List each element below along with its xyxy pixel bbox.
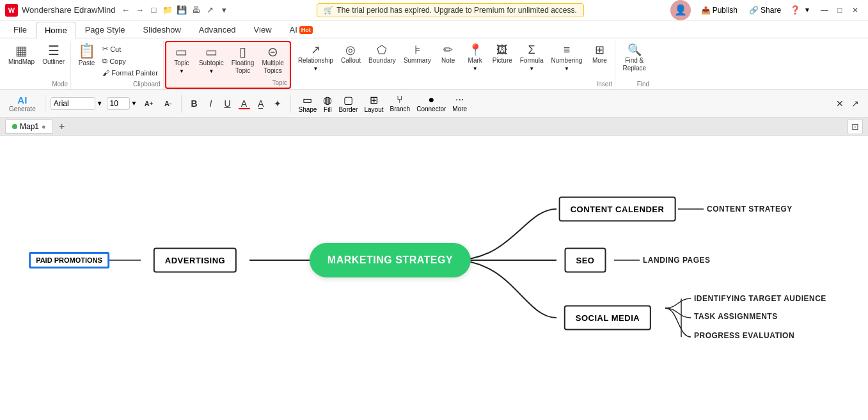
avatar[interactable]: 👤 (670, 0, 691, 20)
format-painter-button[interactable]: 🖌 Format Painter (100, 68, 161, 78)
topic-social-media[interactable]: SOCIAL MEDIA (564, 306, 651, 331)
mark-button[interactable]: 📍 Mark ▼ (462, 42, 488, 74)
tab-ai[interactable]: AI Hot (281, 21, 321, 38)
leaf-task[interactable]: TASK ASSIGNMENTS (694, 312, 778, 321)
relationship-button[interactable]: ↗ Relationship ▼ (295, 42, 336, 74)
callout-button[interactable]: ◎ Callout (338, 42, 364, 66)
dropdown-icon[interactable]: ▾ (217, 4, 230, 17)
more-tools-button[interactable]: ··· More (450, 93, 470, 114)
branch-button[interactable]: ⑂ Branch (387, 93, 413, 114)
tab-close-icon[interactable]: ● (42, 123, 46, 130)
cut-icon: ✂ (102, 45, 108, 53)
boundary-button[interactable]: ⬠ Boundary (365, 42, 399, 66)
save-icon[interactable]: 💾 (175, 4, 188, 17)
topic-seo[interactable]: SEO (565, 248, 606, 273)
tab-view[interactable]: View (246, 21, 280, 38)
maximize-button[interactable]: □ (832, 4, 848, 17)
titlebar: W Wondershare EdrawMind ← → □ 📁 💾 🖶 ↗ ▾ … (0, 0, 868, 20)
floating-topic-button[interactable]: ▯ FloatingTopic (228, 43, 258, 77)
new-icon[interactable]: □ (147, 4, 160, 17)
note-button[interactable]: ✏ Note (436, 42, 461, 66)
leaf-progress[interactable]: PROGRESS EVALUATION (694, 331, 794, 340)
numbering-button[interactable]: ≡ Numbering ▼ (548, 42, 585, 74)
ai-generate-button[interactable]: AI Generate (5, 93, 40, 114)
publish-button[interactable]: 📤 Publish (696, 3, 743, 17)
back-icon[interactable]: ← (119, 4, 132, 17)
underline-button[interactable]: U (220, 96, 235, 111)
summary-button[interactable]: ⊧ Summary (400, 42, 434, 66)
cut-button[interactable]: ✂ Cut (100, 43, 161, 54)
map1-tab[interactable]: Map1 ● (5, 120, 53, 134)
leaf-identifying[interactable]: IDENTIFYING TARGET AUDIENCE (694, 294, 826, 303)
share-button[interactable]: 🔗 Share (744, 3, 786, 17)
bold-button[interactable]: B (187, 96, 202, 111)
leaf-content-strategy[interactable]: CONTENT STRATEGY (707, 205, 793, 214)
font-selector: ▼ (51, 97, 103, 110)
tab-pagestyle[interactable]: Page Style (77, 21, 134, 38)
connector-button[interactable]: ● Connector (414, 93, 448, 114)
print-icon[interactable]: 🖶 (189, 4, 202, 17)
highlight-button[interactable]: A̲ (253, 96, 269, 111)
find-group: 🔍 Find &Replace Find (617, 41, 652, 89)
shape-button[interactable]: ▭ Shape (296, 93, 320, 114)
node-paid-promotions[interactable]: PAID PROMOTIONS (29, 253, 109, 268)
mark-icon: 📍 (468, 44, 482, 56)
layout-button[interactable]: ⊞ Layout (361, 93, 386, 114)
picture-button[interactable]: 🖼 Picture (489, 42, 516, 66)
trial-banner[interactable]: 🛒 The trial period has expired. Upgrade … (317, 3, 584, 17)
leaf-landing-pages[interactable]: LANDING PAGES (643, 256, 711, 265)
outliner-icon: ☰ (48, 44, 59, 57)
border-button[interactable]: ▢ Border (336, 93, 360, 114)
help-dropdown-icon[interactable]: ▼ (804, 6, 810, 13)
subtopic-button[interactable]: ▭ Subtopic ▼ (196, 43, 227, 76)
text-effects-button[interactable]: ✦ (270, 96, 285, 111)
font-color-button[interactable]: A (237, 96, 252, 111)
pin-button[interactable]: ✕ (832, 96, 848, 111)
decrease-font-button[interactable]: A- (161, 96, 176, 111)
close-button[interactable]: ✕ (848, 4, 863, 17)
border-icon: ▢ (343, 94, 353, 106)
font-dropdown-icon[interactable]: ▼ (97, 100, 103, 107)
shape-icon: ▭ (303, 94, 312, 106)
formula-icon: Σ (528, 44, 535, 56)
more-insert-button[interactable]: ⊞ More (587, 42, 612, 66)
layout-toggle-button[interactable]: ⊡ (848, 119, 863, 134)
more-tools-icon: ··· (455, 94, 464, 105)
fill-button[interactable]: ◍ Fill (320, 93, 335, 114)
paste-button[interactable]: 📋 Paste (75, 42, 99, 69)
mindmap-button[interactable]: ▦ MindMap (5, 42, 38, 68)
ribbon-toolbar: ▦ MindMap ☰ Outliner Mode 📋 Paste ✂ Cut (0, 38, 868, 89)
tab-slideshow[interactable]: Slideshow (135, 21, 189, 38)
minimize-button[interactable]: — (817, 4, 832, 17)
formula-button[interactable]: Σ Formula ▼ (517, 42, 547, 74)
font-size-input[interactable] (107, 97, 130, 110)
tab-advanced[interactable]: Advanced (191, 21, 244, 38)
outliner-button[interactable]: ☰ Outliner (39, 42, 68, 68)
formula-label: Formula (520, 57, 544, 65)
picture-label: Picture (493, 57, 512, 65)
topic-advertising[interactable]: ADVERTISING (154, 248, 237, 273)
increase-font-button[interactable]: A+ (141, 96, 157, 111)
relationship-label: Relationship (298, 57, 333, 65)
add-tab-button[interactable]: + (56, 120, 68, 133)
font-size-dropdown-icon[interactable]: ▼ (131, 100, 138, 107)
italic-button[interactable]: I (203, 96, 219, 111)
more-tools-label: More (452, 105, 467, 113)
forward-icon[interactable]: → (133, 4, 146, 17)
expand-button[interactable]: ↗ (848, 96, 863, 111)
open-icon[interactable]: 📁 (161, 4, 174, 17)
note-icon: ✏ (443, 44, 453, 56)
topic-button[interactable]: ▭ Topic ▼ (169, 43, 194, 76)
find-replace-button[interactable]: 🔍 Find &Replace (619, 42, 649, 74)
help-icon[interactable]: ❓ (787, 5, 803, 15)
tab-file[interactable]: File (5, 21, 35, 38)
font-family-input[interactable] (51, 97, 95, 110)
copy-button[interactable]: ⧉ Copy (100, 56, 161, 66)
export-icon[interactable]: ↗ (203, 4, 216, 17)
topic-content-calendar[interactable]: CONTENT CALENDER (559, 197, 676, 222)
numbering-label: Numbering (551, 57, 582, 65)
central-node[interactable]: MARKETING STRATEGY (310, 243, 471, 277)
tab-home[interactable]: Home (36, 22, 75, 38)
multiple-topics-button[interactable]: ⊝ MultipleTopics (258, 43, 287, 77)
relationship-dropdown-icon: ▼ (313, 66, 318, 72)
